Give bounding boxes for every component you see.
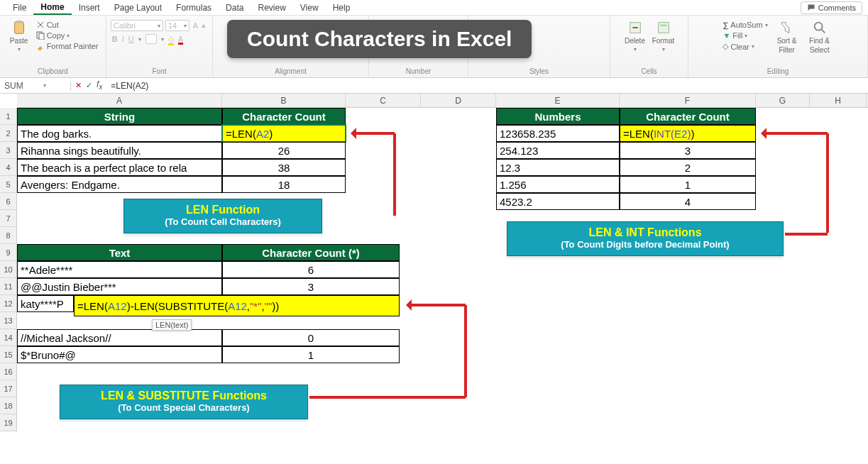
cell-B4[interactable]: 38 [222, 159, 346, 176]
cell-B15[interactable]: 1 [222, 346, 400, 363]
col-header-F[interactable]: F [620, 94, 756, 107]
name-box[interactable]: SUM ▾ [0, 81, 71, 91]
cell-E1[interactable]: Numbers [496, 108, 620, 125]
cell-B14[interactable]: 0 [222, 329, 400, 346]
cell-A11[interactable]: @@Justin Bieber*** [17, 278, 222, 295]
callout-len-int-sub: (To Count Digits before Decimal Point) [523, 239, 767, 250]
format-painter-button[interactable]: Format Painter [35, 41, 100, 51]
cell-A5[interactable]: Avengers: Endgame. [17, 176, 222, 193]
menu-home[interactable]: Home [33, 1, 71, 15]
cell-B11[interactable]: 3 [222, 278, 400, 295]
increase-font-button[interactable]: A▲ [192, 20, 208, 31]
confirm-formula-icon[interactable]: ✓ [86, 81, 92, 90]
menu-page-layout[interactable]: Page Layout [107, 1, 169, 14]
row-header-2[interactable]: 2 [0, 125, 17, 142]
cell-A2[interactable]: The dog barks. [17, 125, 222, 142]
row-header-6[interactable]: 6 [0, 193, 17, 210]
italic-button[interactable]: I [122, 35, 124, 43]
cell-A10[interactable]: **Adele**** [17, 261, 222, 278]
cell-E6[interactable]: 4523.2 [496, 193, 620, 210]
row-header-16[interactable]: 16 [0, 363, 17, 380]
col-header-A[interactable]: A [17, 94, 222, 107]
svg-rect-3 [39, 33, 44, 40]
format-cells-button[interactable]: Format▾ [651, 17, 676, 53]
cell-E5[interactable]: 1.256 [496, 176, 620, 193]
row-header-19[interactable]: 19 [0, 414, 17, 431]
row-header-13[interactable]: 13 [0, 312, 17, 329]
sort-filter-button[interactable]: Sort &Filter [772, 17, 802, 54]
cell-F3[interactable]: 3 [620, 142, 756, 159]
menu-data[interactable]: Data [219, 1, 251, 14]
row-header-4[interactable]: 4 [0, 159, 17, 176]
cell-A4[interactable]: The beach is a perfect place to rela [17, 159, 222, 176]
fx-icon[interactable]: fx [97, 79, 102, 91]
font-color-button[interactable]: A [178, 35, 183, 43]
font-size-dropdown[interactable]: 14▾ [165, 20, 189, 31]
font-family-dropdown[interactable]: Calibri▾ [111, 20, 163, 31]
row-header-5[interactable]: 5 [0, 176, 17, 193]
cell-F6[interactable]: 4 [620, 193, 756, 210]
row-header-15[interactable]: 15 [0, 346, 17, 363]
cell-B10[interactable]: 6 [222, 261, 400, 278]
cell-E4[interactable]: 12.3 [496, 159, 620, 176]
cell-A1[interactable]: String [17, 108, 222, 125]
row-header-10[interactable]: 10 [0, 261, 17, 278]
cell-B2[interactable]: =LEN(A2) [222, 125, 346, 142]
col-header-D[interactable]: D [421, 94, 496, 107]
copy-button[interactable]: Copy▾ [35, 31, 100, 40]
row-header-12[interactable]: 12 [0, 295, 17, 312]
find-select-button[interactable]: Find &Select [805, 17, 835, 54]
cell-F2[interactable]: =LEN(INT(E2)) [620, 125, 756, 142]
fill-button[interactable]: ▼Fill▾ [721, 31, 769, 40]
row-header-17[interactable]: 17 [0, 380, 17, 397]
cell-B1[interactable]: Character Count [222, 108, 346, 125]
col-header-G[interactable]: G [756, 94, 810, 107]
menu-help[interactable]: Help [326, 1, 358, 14]
row-header-1[interactable]: 1 [0, 108, 17, 125]
row-header-9[interactable]: 9 [0, 244, 17, 261]
bold-button[interactable]: B [112, 35, 118, 43]
autosum-button[interactable]: ∑AutoSum▾ [721, 20, 769, 30]
paste-button[interactable]: Paste ▾ [6, 17, 32, 53]
row-header-7[interactable]: 7 [0, 210, 17, 227]
cell-F4[interactable]: 2 [620, 159, 756, 176]
clear-button[interactable]: ◇Clear▾ [721, 41, 769, 52]
cancel-formula-icon[interactable]: ✕ [75, 81, 82, 90]
menu-review[interactable]: Review [251, 1, 292, 14]
formula-input[interactable]: =LEN(A2) [106, 81, 868, 91]
menu-file[interactable]: File [6, 1, 33, 14]
cell-B3[interactable]: 26 [222, 142, 346, 159]
cell-E3[interactable]: 254.123 [496, 142, 620, 159]
borders-button[interactable] [145, 34, 157, 44]
cell-A9[interactable]: Text [17, 244, 222, 261]
cell-B12-formula[interactable]: =LEN(A12)-LEN(SUBSTITUTE(A12,"*","")) [74, 295, 400, 316]
cell-A3[interactable]: Rihanna sings beautifully. [17, 142, 222, 159]
delete-cells-button[interactable]: Delete▾ [622, 17, 648, 53]
cells-area[interactable]: String Character Count The dog barks. =L… [17, 108, 868, 464]
cell-F1[interactable]: Character Count [620, 108, 756, 125]
fill-color-button[interactable]: ◇ [168, 35, 174, 44]
underline-button[interactable]: U [128, 35, 134, 43]
row-header-14[interactable]: 14 [0, 329, 17, 346]
spreadsheet-grid[interactable]: A B C D E F G H 1 2 3 4 5 6 7 8 9 10 11 … [0, 94, 868, 464]
col-header-E[interactable]: E [496, 94, 620, 107]
cell-F5[interactable]: 1 [620, 176, 756, 193]
row-header-8[interactable]: 8 [0, 227, 17, 244]
row-header-3[interactable]: 3 [0, 142, 17, 159]
cell-E2[interactable]: 123658.235 [496, 125, 620, 142]
menu-view[interactable]: View [293, 1, 326, 14]
menu-formulas[interactable]: Formulas [169, 1, 219, 14]
cell-A12[interactable]: katy****P [17, 295, 74, 312]
cell-B5[interactable]: 18 [222, 176, 346, 193]
cell-A14[interactable]: //Micheal Jackson// [17, 329, 222, 346]
col-header-H[interactable]: H [810, 94, 867, 107]
cut-button[interactable]: Cut [35, 20, 100, 30]
row-header-11[interactable]: 11 [0, 278, 17, 295]
comments-button[interactable]: Comments [801, 1, 862, 14]
menu-insert[interactable]: Insert [72, 1, 107, 14]
col-header-C[interactable]: C [346, 94, 421, 107]
cell-B9[interactable]: Character Count (*) [222, 244, 400, 261]
row-header-18[interactable]: 18 [0, 397, 17, 414]
col-header-B[interactable]: B [222, 94, 346, 107]
cell-A15[interactable]: $*Bruno#@ [17, 346, 222, 363]
